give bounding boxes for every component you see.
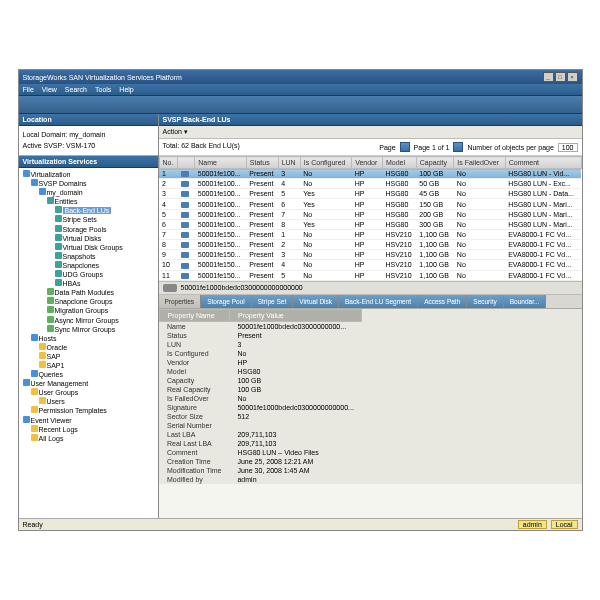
tree-item[interactable]: SAP1 <box>21 361 156 370</box>
tree-item[interactable]: Stripe Sets <box>21 215 156 224</box>
tab-properties[interactable]: Properties <box>159 295 202 308</box>
menubar: FileViewSearchToolsHelp <box>19 84 582 96</box>
col-header[interactable]: Capacity <box>416 157 454 169</box>
table-row[interactable]: 1150001fe150...Present5NoHPHSV2101,100 G… <box>159 270 581 280</box>
tree-icon <box>47 325 54 332</box>
tree-item[interactable]: Storage Pools <box>21 225 156 234</box>
tab-back-end-lu-segment[interactable]: Back-End LU Segment <box>339 295 418 308</box>
tree-label: Entities <box>55 198 78 205</box>
property-row: Modified byadmin <box>159 475 362 484</box>
status-text: Ready <box>23 521 43 528</box>
tree-item[interactable]: HBAs <box>21 279 156 288</box>
tree-item[interactable]: Permission Templates <box>21 406 156 415</box>
maximize-button[interactable]: □ <box>555 72 566 82</box>
page-first-button[interactable] <box>400 142 410 152</box>
tree-item[interactable]: Queries <box>21 370 156 379</box>
tree-item[interactable]: SAP <box>21 352 156 361</box>
tree-item[interactable]: Sync Mirror Groups <box>21 325 156 334</box>
tree-item[interactable]: Entities <box>21 197 156 206</box>
tree-icon <box>39 397 46 404</box>
table-row[interactable]: 850001fe150...Present2NoHPHSV2101,100 GB… <box>159 240 581 250</box>
table-row[interactable]: 550001fe100...Present7NoHPHSG80200 GBNoH… <box>159 209 581 219</box>
property-row: ModelHSG80 <box>159 367 362 376</box>
tree-item[interactable]: Users <box>21 397 156 406</box>
col-header[interactable]: Vendor <box>352 157 383 169</box>
col-header[interactable]: Status <box>246 157 278 169</box>
tree-item[interactable]: Back-End LUs <box>21 206 156 215</box>
toolbar <box>19 96 582 114</box>
tree-item[interactable]: my_domain <box>21 188 156 197</box>
close-button[interactable]: × <box>567 72 578 82</box>
detail-header: 50001fe1000bdedc0300000000000000 <box>159 281 582 295</box>
nav-tree[interactable]: VirtualizationSVSP Domainsmy_domainEntit… <box>19 168 158 518</box>
tab-security[interactable]: Security <box>467 295 503 308</box>
menu-tools[interactable]: Tools <box>95 86 111 93</box>
tab-access-path[interactable]: Access Path <box>418 295 467 308</box>
page-last-button[interactable] <box>453 142 463 152</box>
titlebar: StorageWorks SAN Virtualization Services… <box>19 70 582 84</box>
table-row[interactable]: 650001fe100...Present8YesHPHSG80300 GBNo… <box>159 219 581 229</box>
property-row: Real Capacity100 GB <box>159 385 362 394</box>
table-row[interactable]: 750001fe150...Present1NoHPHSV2101,100 GB… <box>159 229 581 239</box>
grid-header: Total: 62 Back End LU(s) Page Page 1 of … <box>159 139 582 156</box>
tab-stripe-set[interactable]: Stripe Set <box>252 295 294 308</box>
col-header[interactable] <box>178 157 195 169</box>
pager: Page Page 1 of 1 Number of objects per p… <box>379 142 577 152</box>
tree-icon <box>55 270 62 277</box>
tree-item[interactable]: Event Viewer <box>21 416 156 425</box>
tree-label: Virtualization <box>31 171 71 178</box>
tree-item[interactable]: Virtualization <box>21 170 156 179</box>
props-col-value: Property Value <box>229 309 361 321</box>
tree-icon <box>47 297 54 304</box>
tree-icon <box>47 306 54 313</box>
property-row: StatusPresent <box>159 331 362 340</box>
tree-item[interactable]: Async Mirror Groups <box>21 316 156 325</box>
tree-icon <box>31 388 38 395</box>
col-header[interactable]: LUN <box>278 157 300 169</box>
tree-item[interactable]: Migration Groups <box>21 306 156 315</box>
tab-virtual-disk[interactable]: Virtual Disk <box>293 295 339 308</box>
tab-boundar-[interactable]: Boundar... <box>504 295 547 308</box>
table-row[interactable]: 150001fe100...Present3NoHPHSG80100 GBNoH… <box>159 169 581 179</box>
tree-item[interactable]: Snapclones <box>21 261 156 270</box>
property-row: Modification TimeJune 30, 2008 1:45 AM <box>159 466 362 475</box>
menu-search[interactable]: Search <box>65 86 87 93</box>
tree-label: Stripe Sets <box>63 216 97 223</box>
tab-storage-pool[interactable]: Storage Pool <box>201 295 252 308</box>
tree-item[interactable]: User Groups <box>21 388 156 397</box>
tree-item[interactable]: Snapclone Groups <box>21 297 156 306</box>
tree-icon <box>55 206 62 213</box>
col-header[interactable]: No. <box>159 157 178 169</box>
table-row[interactable]: 950001fe150...Present3NoHPHSV2101,100 GB… <box>159 250 581 260</box>
col-header[interactable]: Is Configured <box>300 157 351 169</box>
action-menu[interactable]: Action ▾ <box>163 128 188 135</box>
tree-item[interactable]: Hosts <box>21 334 156 343</box>
table-row[interactable]: 1050001fe150...Present4NoHPHSV2101,100 G… <box>159 260 581 270</box>
tree-item[interactable]: All Logs <box>21 434 156 443</box>
minimize-button[interactable]: _ <box>543 72 554 82</box>
col-header[interactable]: Name <box>195 157 247 169</box>
tree-item[interactable]: User Management <box>21 379 156 388</box>
tree-label: Snapclone Groups <box>55 298 113 305</box>
col-header[interactable]: Is FailedOver <box>454 157 505 169</box>
table-row[interactable]: 450001fe100...Present6YesHPHSG80150 GBNo… <box>159 199 581 209</box>
tree-icon <box>31 370 38 377</box>
menu-view[interactable]: View <box>42 86 57 93</box>
tree-item[interactable]: Recent Logs <box>21 425 156 434</box>
detail-name: 50001fe1000bdedc0300000000000000 <box>181 284 303 291</box>
tree-item[interactable]: Virtual Disk Groups <box>21 243 156 252</box>
menu-file[interactable]: File <box>23 86 34 93</box>
tree-item[interactable]: SVSP Domains <box>21 179 156 188</box>
menu-help[interactable]: Help <box>119 86 133 93</box>
lun-grid[interactable]: No.NameStatusLUNIs ConfiguredVendorModel… <box>159 156 582 281</box>
tree-item[interactable]: UDG Groups <box>21 270 156 279</box>
tree-item[interactable]: Oracle <box>21 343 156 352</box>
table-row[interactable]: 250001fe100...Present4NoHPHSG8050 GBNoHS… <box>159 179 581 189</box>
col-header[interactable]: Model <box>382 157 416 169</box>
tree-icon <box>55 215 62 222</box>
tree-item[interactable]: Data Path Modules <box>21 288 156 297</box>
col-header[interactable]: Comment <box>505 157 581 169</box>
tree-item[interactable]: Virtual Disks <box>21 234 156 243</box>
table-row[interactable]: 350001fe100...Present5YesHPHSG8045 GBNoH… <box>159 189 581 199</box>
tree-item[interactable]: Snapshots <box>21 252 156 261</box>
